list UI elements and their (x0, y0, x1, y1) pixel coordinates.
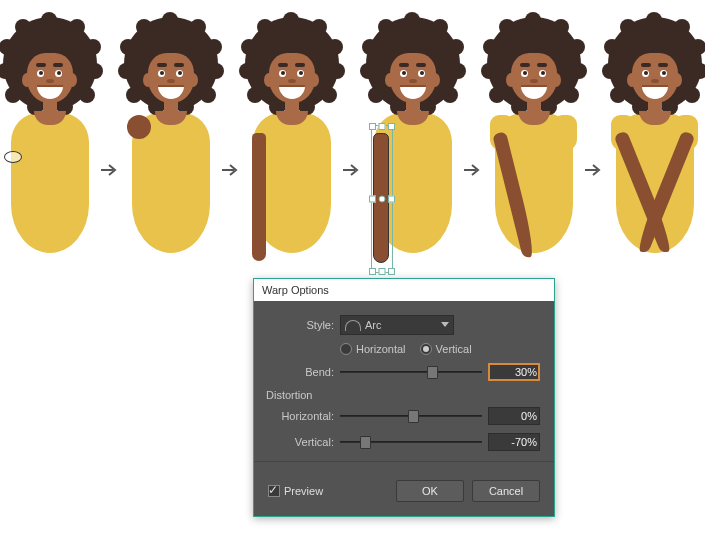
tutorial-step-5 (486, 15, 581, 275)
step-arrow-icon (343, 15, 361, 275)
orientation-vertical-radio[interactable]: Vertical (420, 343, 472, 355)
arc-icon (345, 320, 361, 331)
bend-value[interactable]: 30% (488, 363, 540, 381)
step-arrow-icon (464, 15, 482, 275)
chevron-down-icon (441, 322, 449, 327)
ok-button[interactable]: OK (396, 480, 464, 502)
ellipse-tool-indicator (4, 151, 22, 163)
step-arrow-icon (101, 15, 119, 275)
style-label: Style: (268, 319, 334, 331)
bend-label: Bend: (268, 366, 334, 378)
style-value: Arc (365, 319, 382, 331)
tutorial-step-4 (365, 15, 460, 275)
step-arrow-icon (222, 15, 240, 275)
distortion-vertical-label: Vertical: (268, 436, 334, 448)
distortion-horizontal-value[interactable]: 0% (488, 407, 540, 425)
selection-bounding-box[interactable] (371, 125, 393, 273)
tutorial-step-2 (123, 15, 218, 275)
distortion-horizontal-slider[interactable] (340, 409, 482, 423)
orientation-horizontal-label: Horizontal (356, 343, 406, 355)
orientation-horizontal-radio[interactable]: Horizontal (340, 343, 406, 355)
style-select[interactable]: Arc (340, 315, 454, 335)
orientation-vertical-label: Vertical (436, 343, 472, 355)
step-arrow-icon (585, 15, 603, 275)
preview-checkbox[interactable]: Preview (268, 485, 323, 497)
warp-options-dialog: Warp Options Style: Arc Horizontal Verti… (253, 278, 555, 517)
distortion-vertical-slider[interactable] (340, 435, 482, 449)
tutorial-step-6 (607, 15, 702, 275)
preview-label: Preview (284, 485, 323, 497)
distortion-section-title: Distortion (266, 389, 540, 401)
check-icon (268, 485, 280, 497)
distortion-vertical-value[interactable]: -70% (488, 433, 540, 451)
cancel-button[interactable]: Cancel (472, 480, 540, 502)
bend-slider[interactable] (340, 365, 482, 379)
tutorial-strip (2, 10, 702, 280)
dialog-title: Warp Options (254, 279, 554, 301)
distortion-horizontal-label: Horizontal: (268, 410, 334, 422)
tutorial-step-3 (244, 15, 339, 275)
tutorial-step-1 (2, 15, 97, 275)
